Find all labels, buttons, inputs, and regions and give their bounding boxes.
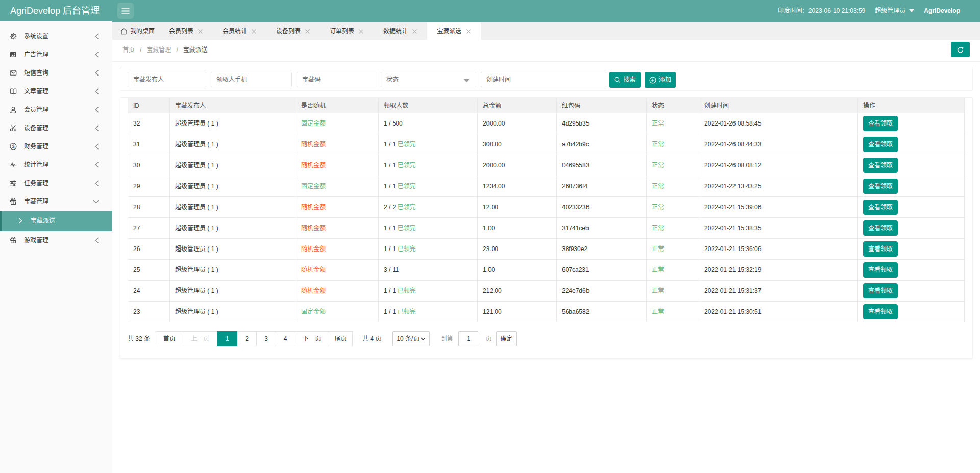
svg-text:$: $ [12,144,14,149]
